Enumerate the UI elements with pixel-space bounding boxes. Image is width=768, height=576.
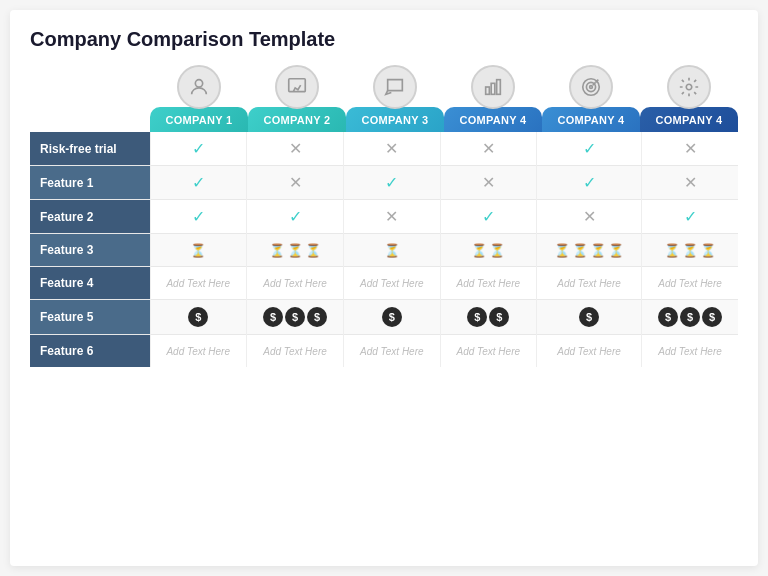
row-label-1: Risk-free trial (30, 132, 150, 166)
hourglass-group: ⏳ (155, 243, 242, 258)
check-icon: ✓ (192, 208, 205, 225)
cell-r7-c1: Add Text Here (150, 335, 246, 368)
cell-r4-c2: ⏳⏳⏳ (246, 234, 343, 267)
cell-r7-c3: Add Text Here (344, 335, 440, 368)
dollar-group: $ (541, 307, 637, 327)
add-text-label: Add Text Here (658, 278, 722, 289)
cell-r5-c4: Add Text Here (440, 267, 536, 300)
row-label-6: Feature 5 (30, 300, 150, 335)
company-icon-4 (471, 65, 515, 109)
company-card-4: COMPANY 4 (444, 65, 542, 132)
add-text-label: Add Text Here (166, 346, 230, 357)
cell-r5-c6: Add Text Here (642, 267, 738, 300)
cross-icon: ✕ (583, 208, 596, 225)
cell-r5-c1: Add Text Here (150, 267, 246, 300)
cell-r2-c1: ✓ (150, 166, 246, 200)
svg-rect-2 (486, 87, 490, 94)
company-label-6: COMPANY 4 (640, 107, 738, 132)
dollar-group: $$$ (251, 307, 339, 327)
cell-r4-c1: ⏳ (150, 234, 246, 267)
check-icon: ✓ (385, 174, 398, 191)
cell-r6-c2: $$$ (246, 300, 343, 335)
cell-r3-c6: ✓ (642, 200, 738, 234)
check-icon: ✓ (289, 208, 302, 225)
add-text-label: Add Text Here (557, 346, 621, 357)
cell-r3-c3: ✕ (344, 200, 440, 234)
dollar-group: $$$ (646, 307, 734, 327)
cell-r6-c4: $$ (440, 300, 536, 335)
cell-r1-c1: ✓ (150, 132, 246, 166)
svg-point-10 (686, 84, 692, 90)
check-icon: ✓ (583, 140, 596, 157)
company-icon-1 (177, 65, 221, 109)
row-label-4: Feature 3 (30, 234, 150, 267)
table-row: Feature 2✓✓✕✓✕✓ (30, 200, 738, 234)
company-label-4: COMPANY 4 (444, 107, 542, 132)
company-card-1: COMPANY 1 (150, 65, 248, 132)
hourglass-group: ⏳⏳⏳ (251, 243, 339, 258)
company-icon-6 (667, 65, 711, 109)
cell-r1-c6: ✕ (642, 132, 738, 166)
company-card-6: COMPANY 4 (640, 65, 738, 132)
cell-r7-c6: Add Text Here (642, 335, 738, 368)
cell-r1-c3: ✕ (344, 132, 440, 166)
company-icon-5 (569, 65, 613, 109)
cell-r1-c2: ✕ (246, 132, 343, 166)
cell-r4-c5: ⏳⏳⏳⏳ (537, 234, 642, 267)
cell-r6-c1: $ (150, 300, 246, 335)
company-card-2: COMPANY 2 (248, 65, 346, 132)
add-text-label: Add Text Here (263, 346, 327, 357)
company-label-5: COMPANY 4 (542, 107, 640, 132)
hourglass-group: ⏳⏳⏳ (646, 243, 734, 258)
cell-r2-c6: ✕ (642, 166, 738, 200)
cross-icon: ✕ (385, 208, 398, 225)
dollar-group: $$ (445, 307, 532, 327)
company-label-3: COMPANY 3 (346, 107, 444, 132)
company-icon-3 (373, 65, 417, 109)
hourglass-icon: ⏳ (190, 243, 206, 258)
cell-r1-c5: ✓ (537, 132, 642, 166)
table-row: Feature 1✓✕✓✕✓✕ (30, 166, 738, 200)
comparison-table-wrapper: COMPANY 1COMPANY 2COMPANY 3COMPANY 4COMP… (30, 65, 738, 367)
company-label-1: COMPANY 1 (150, 107, 248, 132)
check-icon: ✓ (192, 140, 205, 157)
hourglass-group: ⏳⏳⏳⏳ (541, 243, 637, 258)
row-label-2: Feature 1 (30, 166, 150, 200)
cross-icon: ✕ (482, 174, 495, 191)
cell-r6-c6: $$$ (642, 300, 738, 335)
row-label-5: Feature 4 (30, 267, 150, 300)
company-card-5: COMPANY 4 (542, 65, 640, 132)
cell-r2-c4: ✕ (440, 166, 536, 200)
cell-r3-c1: ✓ (150, 200, 246, 234)
cell-r6-c3: $ (344, 300, 440, 335)
add-text-label: Add Text Here (658, 346, 722, 357)
company-label-2: COMPANY 2 (248, 107, 346, 132)
company-icon-2 (275, 65, 319, 109)
table-row: Feature 3⏳⏳⏳⏳⏳⏳⏳⏳⏳⏳⏳⏳⏳⏳ (30, 234, 738, 267)
cell-r4-c6: ⏳⏳⏳ (642, 234, 738, 267)
dollar-icon: $ (188, 307, 208, 327)
cross-icon: ✕ (289, 140, 302, 157)
cell-r5-c3: Add Text Here (344, 267, 440, 300)
cell-r2-c2: ✕ (246, 166, 343, 200)
check-icon: ✓ (684, 208, 697, 225)
cell-r7-c4: Add Text Here (440, 335, 536, 368)
cell-r3-c4: ✓ (440, 200, 536, 234)
cell-r2-c3: ✓ (344, 166, 440, 200)
page-title: Company Comparison Template (30, 28, 738, 51)
cell-r7-c5: Add Text Here (537, 335, 642, 368)
dollar-icon: $ (382, 307, 402, 327)
main-container: Company Comparison Template COMPANY 1COM… (10, 10, 758, 566)
table-row: Risk-free trial✓✕✕✕✓✕ (30, 132, 738, 166)
cross-icon: ✕ (385, 140, 398, 157)
check-icon: ✓ (192, 174, 205, 191)
cell-r4-c3: ⏳ (344, 234, 440, 267)
cell-r3-c2: ✓ (246, 200, 343, 234)
table-row: Feature 6Add Text HereAdd Text HereAdd T… (30, 335, 738, 368)
cell-r6-c5: $ (537, 300, 642, 335)
cell-r7-c2: Add Text Here (246, 335, 343, 368)
cell-r4-c4: ⏳⏳ (440, 234, 536, 267)
cross-icon: ✕ (289, 174, 302, 191)
svg-rect-3 (491, 83, 495, 94)
svg-point-0 (195, 80, 202, 87)
